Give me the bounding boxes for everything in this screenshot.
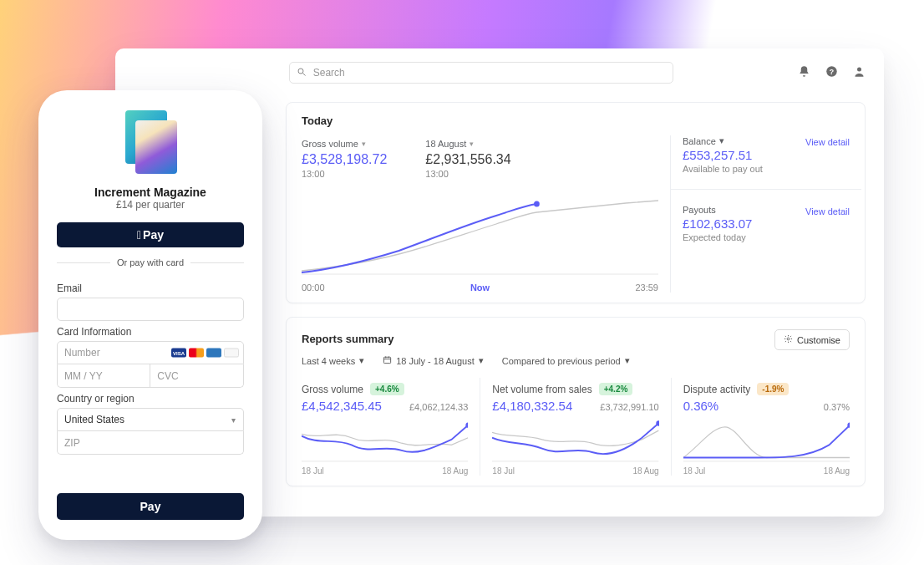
date-range-filter[interactable]: 18 July - 18 August ▾ [383,355,484,366]
brand-logo-icon [134,64,150,81]
card-brand-icons: VISA [171,349,239,358]
today-card: Today Gross volume▾ £3,528,198.72 13:00 … [286,102,866,303]
gross-volume-sub: 13:00 [302,169,387,179]
search-input[interactable] [289,62,673,84]
customise-button[interactable]: Customise [774,329,850,350]
chevron-down-icon: ▾ [479,355,484,366]
report-mini: Net volume from sales +4.2% £4,180,332.5… [480,378,671,476]
mini-start: 18 Jul [302,466,324,476]
payouts-label: Payouts [683,205,716,215]
search-icon [297,67,307,79]
sparkline [683,418,850,463]
mini-name: Gross volume [302,384,363,395]
apple-pay-button[interactable]:  Pay [57,222,244,247]
today-chart: 00:00 Now 23:59 [302,187,658,293]
svg-point-4 [857,68,861,72]
mastercard-icon [189,349,204,358]
mini-end: 18 Aug [633,466,659,476]
payouts-value: £102,633.07 [683,216,850,231]
payouts-sub: Expected today [683,232,850,242]
gear-icon [784,334,793,345]
mini-compare: £3,732,991.10 [600,402,658,412]
country-label: Country or region [57,393,244,405]
range-filter[interactable]: Last 4 weeks ▾ [302,355,364,366]
email-label: Email [57,282,244,294]
chevron-down-icon: ▾ [719,135,724,146]
compare-date-label[interactable]: 18 August▾ [425,139,474,149]
svg-point-0 [298,69,303,74]
chevron-down-icon: ▾ [231,415,236,425]
or-divider: Or pay with card [57,257,244,267]
svg-text:?: ? [830,68,834,76]
apple-pay-label: Pay [143,228,164,242]
delta-badge: +4.2% [599,383,633,395]
today-title: Today [302,115,850,127]
balance-value: £553,257.51 [683,148,850,162]
balance-block: View detail Balance ▾ £553,257.51 Availa… [683,135,850,174]
mini-end: 18 Aug [442,466,468,476]
chart-x-now: Now [470,282,490,293]
discover-icon [224,349,239,358]
compare-filter[interactable]: Compared to previous period ▾ [502,355,630,366]
mini-name: Dispute activity [683,384,751,395]
zip-field[interactable] [57,431,244,455]
country-select[interactable] [57,408,244,431]
delta-badge: -1.9% [757,383,789,395]
pay-button[interactable]: Pay [57,493,244,520]
card-cvc-field[interactable] [150,364,244,388]
brand-name: ROCKET RIDES [157,67,244,79]
balance-sub: Available to pay out [683,164,850,174]
help-icon[interactable]: ? [825,65,838,80]
mini-end: 18 Aug [824,466,850,476]
report-mini: Gross volume +4.6% £4,542,345.45 £4,062,… [302,378,480,476]
profile-icon[interactable] [853,65,866,80]
reports-title: Reports summary [302,333,394,345]
mini-value: 0.36% [683,399,719,413]
product-title: Increment Magazine [57,186,244,199]
product-subtitle: £14 per quarter [57,199,244,211]
svg-point-7 [787,338,789,340]
delta-badge: +4.6% [370,383,404,395]
chart-x-start: 00:00 [302,282,325,293]
report-mini: Dispute activity -1.9% 0.36% 0.37% 18 Ju… [672,378,850,476]
reports-card: Reports summary Customise Last 4 weeks ▾… [286,317,866,486]
compare-date-sub: 13:00 [425,169,510,179]
mini-value: £4,542,345.45 [302,399,382,413]
mini-start: 18 Jul [683,466,706,476]
payouts-view-detail-link[interactable]: View detail [805,206,850,216]
mini-start: 18 Jul [492,466,515,476]
chevron-down-icon: ▾ [362,140,366,148]
chevron-down-icon: ▾ [625,355,630,366]
sparkline [302,418,468,463]
payouts-block: View detail Payouts £102,633.07 Expected… [683,205,850,242]
chevron-down-icon: ▾ [470,140,474,148]
balance-view-detail-link[interactable]: View detail [805,137,850,147]
gross-volume-label[interactable]: Gross volume▾ [302,139,366,149]
calendar-icon [383,355,392,366]
product-image [124,110,177,174]
svg-rect-8 [384,357,391,363]
mini-name: Net volume from sales [492,384,591,395]
mini-compare: £4,062,124.33 [409,402,468,412]
checkout-phone: Increment Magazine £14 per quarter  Pay… [38,90,262,540]
svg-line-1 [302,74,305,76]
amex-icon [206,349,221,358]
brand-switcher[interactable]: ROCKET RIDES ▾ [134,64,256,81]
bell-icon[interactable] [798,65,810,80]
svg-point-6 [534,201,540,207]
chevron-down-icon: ▾ [251,69,256,78]
chart-x-end: 23:59 [635,282,658,293]
mini-value: £4,180,332.54 [492,399,572,413]
card-info-label: Card Information [57,326,244,338]
chevron-down-icon: ▾ [359,355,364,366]
card-expiry-field[interactable] [57,364,150,388]
apple-icon:  [137,229,141,241]
visa-icon: VISA [171,349,186,358]
mini-compare: 0.37% [824,402,850,412]
gross-volume-value: £3,528,198.72 [302,152,387,167]
compare-date-value: £2,931,556.34 [425,152,510,167]
email-field[interactable] [57,298,244,321]
balance-label[interactable]: Balance [683,136,716,146]
sparkline [492,418,658,463]
